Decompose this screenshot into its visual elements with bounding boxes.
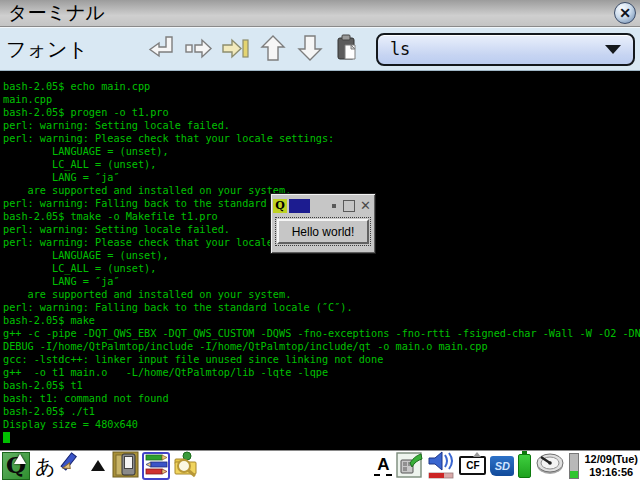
find-documents-tab[interactable] (173, 451, 200, 480)
terminal-cursor (3, 432, 10, 443)
font-size-applet-button[interactable]: A (374, 455, 392, 476)
terminal-line: g++ -c -pipe -DQT_QWS_EBX -DQT_QWS_CUSTO… (3, 327, 640, 340)
close-button[interactable]: ✕ (614, 2, 636, 24)
window-close-icon[interactable]: ✕ (360, 201, 371, 211)
memory-gauge-fill (570, 471, 578, 478)
ime-indicator-button[interactable]: あ (33, 452, 57, 480)
terminal-line: bash-2.05$ progen -o t1.pro (3, 106, 640, 119)
space-key-button[interactable] (181, 31, 218, 67)
clock-time: 19:16:56 (589, 466, 633, 478)
paste-clipboard-icon (333, 33, 361, 66)
magnifier-folder-icon (173, 451, 200, 480)
terminal-line: bash-2.05$ ./t1 (3, 405, 640, 418)
maximize-icon[interactable] (343, 200, 355, 212)
paste-button[interactable] (329, 31, 366, 67)
speaker-icon (427, 450, 455, 480)
hello-window-titlebar[interactable]: Q ✕ (271, 194, 375, 215)
terminal-line: bash-2.05$ make (3, 314, 640, 327)
close-icon: ✕ (619, 6, 631, 20)
zaurus-screen: ターミナル ✕ フォント (0, 0, 640, 480)
battery-icon[interactable] (518, 454, 531, 478)
terminal-line: perl: warning: Setting locale failed. (3, 119, 640, 132)
volume-applet-button[interactable] (427, 450, 455, 480)
terminal-line: gcc: -lstdc++: linker input file unused … (3, 353, 640, 366)
taskbar-applets: A (374, 450, 638, 480)
terminal-line: LC_ALL = (unset), (3, 158, 640, 171)
terminal-line: g++ -o t1 main.o -L/home/QtPalmtop/lib -… (3, 366, 640, 379)
cpu-meter-applet[interactable] (535, 452, 565, 479)
terminal-line: LANGUAGE = (unset), (3, 145, 640, 158)
terminal-line: LC_ALL = (unset), (3, 262, 640, 275)
terminal-line: LANG = ″ja″ (3, 275, 640, 288)
up-key-button[interactable] (255, 31, 292, 67)
chevron-down-icon (605, 45, 621, 54)
terminal-line: bash-2.05$ echo main.cpp (3, 80, 640, 93)
home-applications-tab[interactable] (112, 451, 139, 480)
memory-gauge-icon[interactable] (569, 453, 579, 479)
tab-key-button[interactable] (218, 31, 255, 67)
taskbar: Q あ (0, 450, 640, 480)
terminal-line: DEBUG -I/home/QtPalmtop/include -I/home/… (3, 340, 640, 353)
terminal-line: bash-2.05$ t1 (3, 379, 640, 392)
command-combobox-value: ls (390, 39, 605, 59)
cf-card-applet[interactable]: CF (459, 456, 486, 475)
terminal-line: bash: t1: command not found (3, 392, 640, 405)
sd-card-applet[interactable]: SD (490, 456, 514, 476)
terminal-line: perl: warning: Please check that your lo… (3, 132, 640, 145)
window-title: ターミナル (8, 0, 614, 26)
pencil-icon (60, 451, 84, 480)
font-menu-button[interactable]: フォント (6, 36, 88, 63)
minimize-icon[interactable] (332, 204, 336, 208)
terminal-line: Display size = 480x640 (3, 418, 640, 431)
clock-date: 12/09(Tue) (584, 453, 638, 465)
command-combobox[interactable]: ls (376, 33, 635, 66)
cf-eject-icon (473, 452, 481, 457)
gauge-meter-icon (535, 452, 565, 479)
clock-applet[interactable]: 12/09(Tue) 19:16:56 (583, 453, 638, 479)
titlebar: ターミナル ✕ (0, 0, 640, 27)
triangle-up-icon (91, 460, 105, 471)
qt-logo-icon: Q (273, 199, 287, 213)
hello-window-title-area (289, 199, 310, 213)
settings-tab-selected[interactable] (142, 452, 170, 480)
cf-label: CF (466, 460, 479, 471)
colored-pencils-icon (144, 452, 168, 479)
terminal-line: perl: warning: Falling back to the stand… (3, 301, 640, 314)
terminal-line: main.cpp (3, 93, 640, 106)
up-arrow-icon (259, 33, 287, 66)
hello-world-window: Q ✕ Hello world! (270, 193, 376, 254)
terminal-output[interactable]: bash-2.05$ echo main.cpp main.cpp bash-2… (0, 71, 640, 450)
font-size-label: A (374, 455, 392, 476)
sd-label: SD (495, 460, 510, 472)
ime-hiragana-label: あ (35, 452, 55, 480)
sync-pen-icon (396, 451, 423, 480)
terminal-line: are supported and installed on your syst… (3, 288, 640, 301)
input-collapse-button[interactable] (87, 460, 109, 471)
pda-device-icon (112, 451, 139, 480)
qtopia-launcher-button[interactable]: Q (2, 452, 30, 480)
tab-key-icon (221, 34, 251, 65)
toolbar: フォント (0, 27, 640, 71)
enter-key-icon (147, 34, 177, 65)
hello-world-button[interactable]: Hello world! (277, 219, 369, 244)
enter-key-button[interactable] (144, 31, 181, 67)
space-key-icon (184, 34, 214, 65)
handwriting-input-button[interactable] (60, 451, 84, 480)
terminal-line: LANG = ″ja″ (3, 171, 640, 184)
down-arrow-icon (296, 33, 324, 66)
screenshot-applet-button[interactable] (396, 451, 423, 480)
down-key-button[interactable] (292, 31, 329, 67)
launcher-arrow-icon (14, 454, 26, 464)
